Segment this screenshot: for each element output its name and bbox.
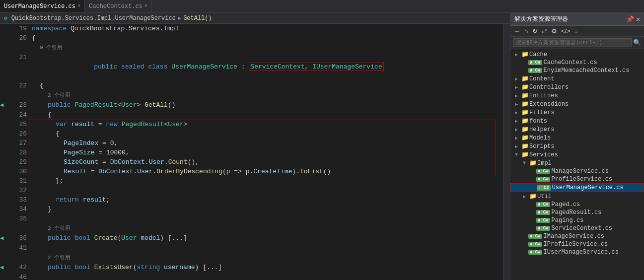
folder-icon-services: 📁 (520, 151, 529, 158)
tree-item-fonts[interactable]: ▶ 📁 fonts (510, 117, 644, 125)
red-block-container: 25 var result = new PagedResult<User> 26… (0, 120, 503, 176)
se-tree[interactable]: ▶ 📁 Cache a C# CacheContext.cs a C# Enyi… (510, 49, 644, 280)
code-row: 25 var result = new PagedResult<User> (0, 120, 503, 129)
linenum-23: 23 (11, 100, 31, 110)
se-toolbar-refresh[interactable]: ↻ (531, 27, 539, 35)
se-toolbar-home[interactable]: ⌂ (523, 27, 530, 35)
linenum-33: 33 (11, 195, 31, 205)
code-row: 0 个引用 (0, 43, 503, 53)
tree-arrow-util: ▶ (520, 194, 528, 200)
tree-item-paged[interactable]: a C# Paged.cs (510, 201, 644, 209)
gutter-34 (0, 205, 11, 214)
tree-label-servicecontext: ServiceContext.cs (552, 225, 642, 232)
linenum-22: 22 (11, 81, 31, 90)
code-text-ref3: 2 个引用 (31, 223, 503, 233)
se-toolbar-sync[interactable]: ⇄ (540, 27, 549, 35)
code-text-36: public bool Create(User model) [...] (31, 233, 503, 243)
gutter-ref1 (0, 43, 11, 53)
solution-explorer: 解决方案资源管理器 📌 ✕ ← ⌂ ↻ ⇄ ⚙ </> ≡ 🔍 ▶ 📁 Cach… (510, 13, 644, 280)
se-search-input[interactable] (513, 38, 632, 47)
tree-item-scripts[interactable]: ▶ 📁 Scripts (510, 142, 644, 150)
tree-item-services[interactable]: ▼ 📁 Services (510, 150, 644, 159)
tree-item-content[interactable]: ▶ 📁 Content (510, 74, 644, 83)
tree-item-cachecontext[interactable]: a C# CacheContext.cs (510, 59, 644, 67)
code-text-20: { (31, 33, 503, 43)
se-close-icon[interactable]: ✕ (636, 15, 640, 23)
gutter-19 (0, 24, 11, 33)
se-toolbar-back[interactable]: ← (512, 27, 522, 35)
tab-usermanage-close[interactable]: × (77, 3, 80, 9)
tree-item-helpers[interactable]: ▶ 📁 Helpers (510, 125, 644, 134)
code-text-28: PageSize = 10000, (31, 148, 503, 157)
tree-item-imanage[interactable]: a C# IManageService.cs (510, 232, 644, 240)
se-toolbar-code[interactable]: </> (560, 27, 572, 35)
tab-usermanage-label: UserManageService.cs (4, 3, 75, 10)
code-text-33: return result; (31, 195, 503, 205)
tree-item-servicecontext[interactable]: a C# ServiceContext.cs (510, 224, 644, 232)
tree-item-manageservice[interactable]: a C# ManageService.cs (510, 167, 644, 175)
linenum-ref2 (11, 90, 31, 100)
tree-label-paged: Paged.cs (552, 201, 642, 208)
tree-label-scripts: Scripts (529, 143, 642, 150)
se-toolbar-more[interactable]: ≡ (573, 27, 580, 35)
folder-icon-fonts: 📁 (520, 117, 529, 125)
tree-item-paging[interactable]: a C# Paging.cs (510, 216, 644, 224)
code-text-22: { (31, 81, 503, 90)
code-row: 32 (0, 186, 503, 195)
gutter-36: ◀ (0, 233, 11, 243)
tree-item-impl[interactable]: ▼ 📁 Impl (510, 159, 644, 167)
code-row: 24 { (0, 110, 503, 120)
gutter-33 (0, 195, 11, 205)
gutter-ref3 (0, 223, 11, 233)
se-pin-icon[interactable]: 📌 (626, 15, 634, 23)
code-row: 22 { (0, 81, 503, 90)
linenum-28: 28 (11, 148, 31, 157)
tab-cachecontext[interactable]: CacheContext.cs × (85, 0, 152, 12)
cs-icon-imanage: a C# (528, 234, 542, 239)
linenum-29: 29 (11, 157, 31, 167)
linenum-26: 26 (11, 129, 31, 139)
tree-item-profileservice[interactable]: a C# ProfileService.cs (510, 175, 644, 183)
editor-scrollbar[interactable] (503, 24, 510, 280)
code-editor[interactable]: 19 namespace QuickBootstrap.Services.Imp… (0, 24, 510, 280)
code-scroll[interactable]: 19 namespace QuickBootstrap.Services.Imp… (0, 24, 503, 280)
tree-arrow-extensdions: ▶ (512, 101, 520, 107)
tree-item-models[interactable]: ▶ 📁 Models (510, 134, 644, 142)
cs-icon-enyim: a C# (528, 68, 542, 73)
tab-cachecontext-close[interactable]: × (144, 3, 147, 9)
code-text-19: namespace QuickBootstrap.Services.Impl (31, 24, 503, 33)
tree-item-controllers[interactable]: ▶ 📁 Controllers (510, 83, 644, 91)
gutter-24 (0, 110, 11, 120)
cs-icon-iusermanage: a C# (528, 250, 542, 255)
linenum-35: 35 (11, 214, 31, 223)
tree-item-enyim[interactable]: a C# EnyimMemcachedContext.cs (510, 67, 644, 74)
se-toolbar-settings[interactable]: ⚙ (550, 27, 559, 35)
tree-item-extensdions[interactable]: ▶ 📁 Extensdions (510, 100, 644, 108)
tree-label-usermanage: UserManageService.cs (552, 184, 642, 191)
tree-item-usermanage[interactable]: ✓ C# UserManageService.cs (510, 183, 644, 192)
gutter-35 (0, 214, 11, 223)
gutter-ref4 (0, 253, 11, 263)
tree-item-cache[interactable]: ▶ 📁 Cache (510, 50, 644, 59)
linenum-31: 31 (11, 176, 31, 186)
tree-item-util[interactable]: ▶ 📁 Util (510, 192, 644, 201)
tree-item-entities[interactable]: ▶ 📁 Entities (510, 91, 644, 100)
linenum-ref4 (11, 253, 31, 263)
tree-arrow-controllers: ▶ (512, 84, 520, 90)
tab-usermanage[interactable]: UserManageService.cs × (0, 0, 85, 12)
linenum-ref3 (11, 223, 31, 233)
gutter-42: ◀ (0, 263, 11, 273)
code-row: 28 PageSize = 10000, (0, 148, 503, 157)
code-row: 41 (0, 243, 503, 253)
code-row: 20 { (0, 33, 503, 43)
tree-item-iprofile[interactable]: a C# IProfileService.cs (510, 240, 644, 248)
tree-item-pagedresult[interactable]: a C# PagedResult.cs (510, 209, 644, 216)
gutter-ref2 (0, 90, 11, 100)
gutter-27 (0, 139, 11, 148)
tree-arrow-impl: ▼ (520, 160, 528, 166)
tree-item-filters[interactable]: ▶ 📁 Filters (510, 108, 644, 117)
linenum-34: 34 (11, 205, 31, 214)
folder-icon-filters: 📁 (520, 109, 529, 116)
tree-item-iusermanage[interactable]: a C# IUserManageService.cs (510, 248, 644, 256)
code-row: 35 (0, 214, 503, 223)
